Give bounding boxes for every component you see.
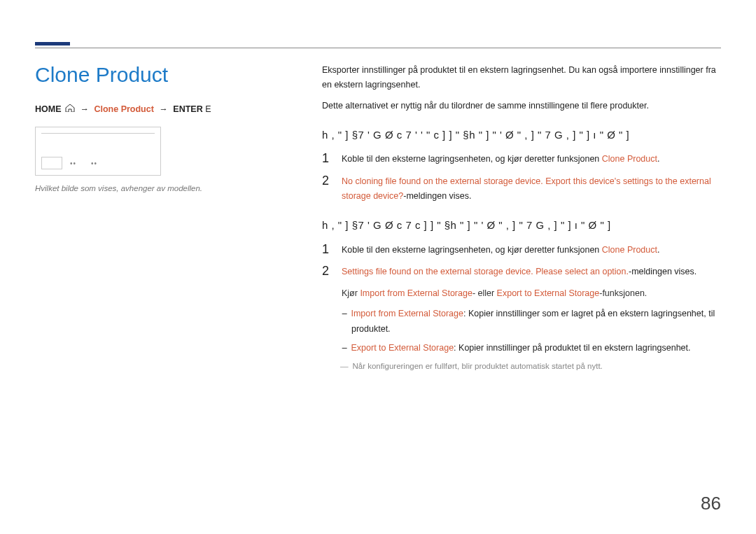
page-title: Clone Product <box>35 63 294 87</box>
breadcrumb-home: HOME <box>35 104 62 114</box>
step-number: 2 <box>322 174 342 188</box>
arrow-icon: → <box>159 104 168 114</box>
export-desc: : Kopier innstillinger på produktet til … <box>454 343 690 353</box>
right-column: Eksporter innstillinger på produktet til… <box>322 63 721 374</box>
export-link: Export to External Storage <box>497 288 600 298</box>
device-illustration: •• •• <box>35 127 161 176</box>
import-label: Import from External Storage <box>351 309 463 318</box>
footnote-text: Når konfigureringen er fullført, blir pr… <box>353 360 603 374</box>
section1-step1: 1 Koble til den eksterne lagringsenheten… <box>322 152 721 167</box>
step-text: Koble til den eksterne lagringsenheten, … <box>342 152 721 167</box>
section2-step1: 1 Koble til den eksterne lagringsenheten… <box>322 243 721 258</box>
device-dots: •• <box>70 160 76 167</box>
intro-paragraph-1: Eksporter innstillinger på produktet til… <box>322 63 721 93</box>
breadcrumb: HOME → Clone Product → ENTER E <box>35 104 294 114</box>
bullet-import: ‒ Import from External Storage: Kopier i… <box>351 307 721 337</box>
arrow-icon: → <box>80 104 89 114</box>
main-content: Clone Product HOME → Clone Product → ENT… <box>35 63 721 374</box>
bullet-dash: ‒ <box>342 307 349 321</box>
section2-step2: 2 Settings file found on the external st… <box>322 265 721 279</box>
section1-step2: 2 No cloning file found on the external … <box>322 174 721 204</box>
intro-paragraph-2: Dette alternativet er nyttig når du tilo… <box>322 99 721 113</box>
kjor-post: -funksjonen. <box>599 288 647 298</box>
header-divider <box>35 48 721 48</box>
export-label: Export to External Storage <box>351 343 454 353</box>
import-link: Import from External Storage <box>360 288 472 298</box>
no-cloning-message: No cloning file found on the external st… <box>342 176 711 201</box>
device-dots: •• <box>91 160 97 167</box>
image-caption: Hvilket bilde som vises, avhenger av mod… <box>35 184 294 192</box>
footnote-mark: ― <box>340 360 349 374</box>
step-number: 2 <box>322 265 342 279</box>
device-port <box>41 157 62 169</box>
step-number: 1 <box>322 243 342 257</box>
page-number: 86 <box>701 493 721 514</box>
section1-heading: h , " ] §7 ' G Ø c 7 ' ' " c ] ] " §h " … <box>322 126 721 144</box>
clone-product-link: Clone Product <box>602 245 657 255</box>
step-text-pre: Koble til den eksterne lagringsenheten, … <box>342 154 602 164</box>
step-text-post: -meldingen vises. <box>403 191 471 201</box>
step-text-post: -meldingen vises. <box>629 267 696 276</box>
left-column: Clone Product HOME → Clone Product → ENT… <box>35 63 294 374</box>
header-accent <box>35 42 70 45</box>
footnote: ― Når konfigureringen er fullført, blir … <box>340 360 721 374</box>
settings-found-message: Settings file found on the external stor… <box>342 267 629 276</box>
kjor-line: Kjør Import from External Storage- eller… <box>342 286 721 301</box>
step-text-post: . <box>657 154 659 164</box>
step-number: 1 <box>322 152 342 166</box>
kjor-pre: Kjør <box>342 288 360 298</box>
bullet-dash: ‒ <box>342 341 349 356</box>
breadcrumb-clone-product: Clone Product <box>94 104 153 114</box>
kjor-mid: - eller <box>472 288 497 298</box>
step-text-pre: Koble til den eksterne lagringsenheten, … <box>342 245 602 255</box>
step-text: Koble til den eksterne lagringsenheten, … <box>342 243 721 258</box>
clone-product-link: Clone Product <box>602 154 657 164</box>
home-icon <box>65 104 75 112</box>
step-text-post: . <box>657 245 659 255</box>
section2-heading: h , " ] §7 ' G Ø c 7 c ] ] " §h " ] " ' … <box>322 216 721 234</box>
bullet-export: ‒ Export to External Storage: Kopier inn… <box>351 341 721 356</box>
step-text: No cloning file found on the external st… <box>342 174 721 204</box>
step-text: Settings file found on the external stor… <box>342 265 721 279</box>
breadcrumb-enter-suffix: E <box>205 104 211 114</box>
breadcrumb-enter: ENTER <box>173 104 202 114</box>
